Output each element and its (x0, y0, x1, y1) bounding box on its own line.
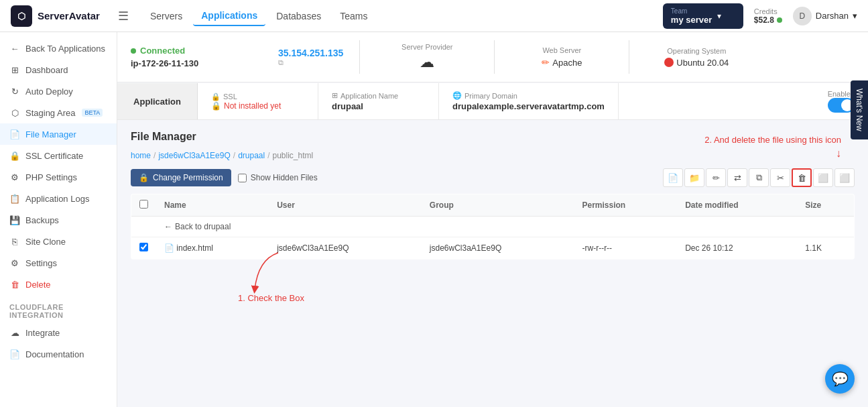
ssl-icon-small: 🔒 (211, 93, 221, 101)
chevron-down-icon: ▾ (717, 11, 721, 21)
delete-button[interactable]: 🗑 (792, 168, 812, 187)
sidebar-item-settings[interactable]: ⚙ Settings (0, 252, 117, 274)
sidebar-item-ssl-certificate[interactable]: 🔒 SSL Certificate (0, 145, 117, 166)
nav-links: Servers Applications Databases Teams (142, 6, 649, 26)
divider-3 (629, 40, 629, 74)
credits-label: Credits (754, 7, 782, 15)
date-modified-header: Date modified (677, 194, 797, 217)
breadcrumb-home[interactable]: home (131, 151, 151, 160)
ssl-label: 🔒 SSL (211, 93, 281, 101)
new-folder-button[interactable]: 📁 (684, 168, 704, 187)
breadcrumb-user[interactable]: jsde6wCl3aA1Ee9Q (158, 151, 230, 160)
sidebar-label-delete: Delete (25, 280, 51, 290)
beta-badge: BETA (82, 109, 103, 117)
user-name[interactable]: Darshan (816, 11, 849, 21)
main-layout: ← Back To Applications ⊞ Dashboard ↻ Aut… (0, 32, 868, 407)
breadcrumb-sep-1: / (153, 151, 156, 160)
sidebar-item-php-settings[interactable]: ⚙ PHP Settings (0, 166, 117, 188)
credits-value: $52.8 (754, 15, 774, 25)
apache-icon: ✏ (542, 57, 550, 68)
file-check-cell[interactable] (131, 237, 157, 259)
breadcrumb-sep-2: / (233, 151, 235, 160)
sidebar-label-integrate: Integrate (25, 328, 60, 338)
app-icon: ⊞ (332, 91, 338, 100)
new-file-button[interactable]: 📄 (663, 168, 683, 187)
show-hidden-label[interactable]: Show Hidden Files (238, 173, 318, 182)
archive-button[interactable]: ⬜ (813, 168, 833, 187)
user-area[interactable]: D Darshan ▾ (793, 7, 857, 25)
content-area: Connected ip-172-26-11-130 35.154.251.13… (117, 32, 868, 407)
avatar[interactable]: D (793, 7, 812, 25)
rename-button[interactable]: ✏ (706, 168, 726, 187)
logs-icon: 📋 (9, 193, 20, 204)
sidebar-item-back-to-applications[interactable]: ← Back To Applications (0, 38, 117, 59)
server-provider-section: Server Provider ☁ (373, 43, 481, 71)
sidebar-label-back: Back To Applications (25, 44, 105, 54)
back-check-cell (131, 217, 157, 237)
table-wrapper: Name User Group Permission Date modified… (131, 194, 855, 259)
lock-icon-btn: 🔒 (139, 173, 149, 182)
server-ip-label: ip-172-26-11-130 (131, 58, 198, 68)
sidebar-label-dashboard: Dashboard (25, 65, 68, 75)
group-header: Group (422, 194, 574, 217)
sidebar-label-documentation: Documentation (25, 349, 84, 359)
app-name-section: ⊞ Application Name drupaal (318, 83, 439, 119)
user-header: User (269, 194, 422, 217)
sidebar-item-staging-area[interactable]: ⬡ Staging Area BETA (0, 102, 117, 123)
copy-button[interactable]: ⧉ (749, 168, 769, 187)
top-nav: ⬡ ServerAvatar ☰ Servers Applications Da… (0, 0, 868, 32)
sidebar-item-file-manager[interactable]: 📄 File Manager (0, 123, 117, 145)
whats-new-panel[interactable]: What's New (851, 80, 868, 139)
extract-button[interactable]: ⬜ (834, 168, 855, 187)
domain-section: 🌐 Primary Domain drupalexample.serverava… (439, 83, 619, 119)
back-arrow-icon: ← (164, 222, 172, 231)
cloud-icon: ☁ (420, 54, 434, 71)
name-header: Name (156, 194, 269, 217)
sidebar-item-dashboard[interactable]: ⊞ Dashboard (0, 59, 117, 80)
team-selector[interactable]: Team my server ▾ (663, 3, 743, 29)
dashboard-icon: ⊞ (9, 64, 20, 75)
sidebar-item-application-logs[interactable]: 📋 Application Logs (0, 188, 117, 209)
sidebar-item-documentation[interactable]: 📄 Documentation (0, 343, 117, 365)
ssl-section: 🔒 SSL 🔒 Not installed yet (198, 83, 318, 119)
copy-icon[interactable]: ⧉ (278, 58, 284, 67)
nav-teams[interactable]: Teams (332, 7, 375, 25)
app-name-value: drupaal (332, 101, 398, 111)
sidebar-item-delete[interactable]: 🗑 Delete (0, 274, 117, 295)
documentation-icon: 📄 (9, 349, 20, 359)
web-server-label: Web Server (542, 46, 581, 54)
cut-button[interactable]: ✂ (770, 168, 790, 187)
move-button[interactable]: ⇄ (727, 168, 747, 187)
breadcrumb-public-html: public_html (273, 151, 314, 160)
app-detail-row: Application 🔒 SSL 🔒 Not installed yet (117, 83, 868, 120)
back-to-drupaal-link[interactable]: ← Back to drupaal (164, 222, 846, 231)
ssl-icon: 🔒 (9, 150, 20, 161)
nav-applications[interactable]: Applications (193, 6, 265, 26)
sidebar-label-staging: Staging Area (25, 108, 75, 118)
chat-bubble[interactable]: 💬 (825, 364, 855, 394)
size-header: Size (797, 194, 854, 217)
sidebar: ← Back To Applications ⊞ Dashboard ↻ Aut… (0, 32, 117, 407)
app-name-detail: ⊞ Application Name drupaal (332, 91, 398, 111)
nav-servers[interactable]: Servers (142, 7, 190, 25)
change-permission-button[interactable]: 🔒 Change Permission (131, 169, 231, 186)
sidebar-item-backups[interactable]: 💾 Backups (0, 209, 117, 231)
file-checkbox[interactable] (139, 243, 148, 251)
back-to-drupaal-row: ← Back to drupaal (131, 217, 855, 237)
hamburger-menu[interactable]: ☰ (118, 9, 129, 23)
divider-1 (359, 40, 360, 74)
connected-text: Connected (140, 46, 185, 56)
show-hidden-checkbox[interactable] (238, 174, 247, 182)
sidebar-item-auto-deploy[interactable]: ↻ Auto Deploy (0, 80, 117, 102)
breadcrumb-drupaal[interactable]: drupaal (238, 151, 265, 160)
check-all-checkbox[interactable] (139, 200, 148, 209)
file-group-cell: jsde6wCl3aA1Ee9Q (422, 237, 574, 259)
sidebar-item-site-clone[interactable]: ⎘ Site Clone (0, 231, 117, 252)
sidebar-label-backups: Backups (25, 215, 59, 225)
sidebar-item-integrate[interactable]: ☁ Integrate (0, 322, 117, 343)
team-label: Team (671, 7, 712, 15)
application-tab[interactable]: Application (117, 83, 198, 119)
fm-actions: 📄 📁 ✏ ⇄ ⧉ ✂ 🗑 ⬜ ⬜ 2. And delete the file… (663, 168, 855, 187)
nav-databases[interactable]: Databases (268, 7, 329, 25)
user-chevron-icon: ▾ (853, 11, 857, 21)
